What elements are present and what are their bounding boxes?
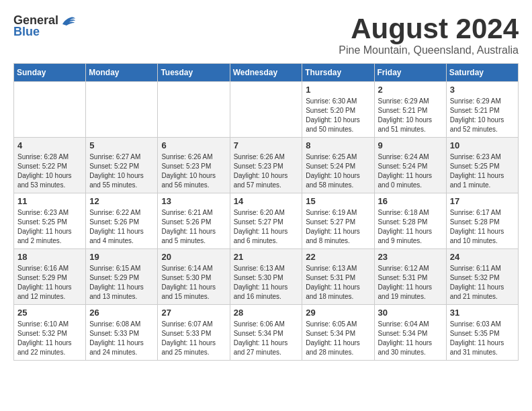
- day-info: Sunrise: 6:26 AMSunset: 5:23 PMDaylight:…: [161, 152, 226, 190]
- calendar-week-5: 25Sunrise: 6:10 AMSunset: 5:32 PMDayligh…: [14, 305, 519, 361]
- day-info: Sunrise: 6:21 AMSunset: 5:26 PMDaylight:…: [161, 208, 226, 246]
- day-info: Sunrise: 6:22 AMSunset: 5:26 PMDaylight:…: [89, 208, 154, 246]
- calendar-table: SundayMondayTuesdayWednesdayThursdayFrid…: [13, 63, 519, 361]
- calendar-cell: 18Sunrise: 6:16 AMSunset: 5:29 PMDayligh…: [14, 249, 86, 305]
- day-info: Sunrise: 6:17 AMSunset: 5:28 PMDaylight:…: [450, 208, 515, 246]
- calendar-cell: 10Sunrise: 6:23 AMSunset: 5:25 PMDayligh…: [446, 138, 518, 193]
- day-info: Sunrise: 6:15 AMSunset: 5:29 PMDaylight:…: [89, 264, 154, 302]
- calendar-cell: 31Sunrise: 6:03 AMSunset: 5:35 PMDayligh…: [446, 305, 518, 361]
- column-header-friday: Friday: [374, 64, 446, 82]
- day-number: 10: [450, 140, 515, 150]
- calendar-cell: [86, 82, 158, 138]
- calendar-cell: 30Sunrise: 6:04 AMSunset: 5:34 PMDayligh…: [374, 305, 446, 361]
- day-info: Sunrise: 6:19 AMSunset: 5:27 PMDaylight:…: [306, 208, 370, 246]
- column-header-monday: Monday: [86, 64, 158, 82]
- calendar-cell: 9Sunrise: 6:24 AMSunset: 5:24 PMDaylight…: [374, 138, 446, 193]
- day-info: Sunrise: 6:28 AMSunset: 5:22 PMDaylight:…: [17, 152, 82, 190]
- day-info: Sunrise: 6:24 AMSunset: 5:24 PMDaylight:…: [378, 152, 443, 190]
- day-info: Sunrise: 6:23 AMSunset: 5:25 PMDaylight:…: [17, 208, 82, 246]
- calendar-cell: 28Sunrise: 6:06 AMSunset: 5:34 PMDayligh…: [230, 305, 302, 361]
- calendar-cell: 2Sunrise: 6:29 AMSunset: 5:21 PMDaylight…: [374, 82, 446, 138]
- calendar-cell: 20Sunrise: 6:14 AMSunset: 5:30 PMDayligh…: [158, 249, 230, 305]
- day-info: Sunrise: 6:16 AMSunset: 5:29 PMDaylight:…: [17, 264, 82, 302]
- calendar-cell: 12Sunrise: 6:22 AMSunset: 5:26 PMDayligh…: [86, 193, 158, 249]
- day-number: 21: [234, 252, 299, 262]
- calendar-cell: 25Sunrise: 6:10 AMSunset: 5:32 PMDayligh…: [14, 305, 86, 361]
- day-info: Sunrise: 6:07 AMSunset: 5:33 PMDaylight:…: [161, 320, 226, 357]
- calendar-cell: 5Sunrise: 6:27 AMSunset: 5:22 PMDaylight…: [86, 138, 158, 193]
- day-info: Sunrise: 6:12 AMSunset: 5:31 PMDaylight:…: [378, 264, 443, 302]
- day-number: 8: [306, 140, 370, 150]
- column-header-thursday: Thursday: [302, 64, 374, 82]
- day-number: 4: [17, 140, 82, 150]
- day-number: 14: [234, 196, 299, 206]
- day-info: Sunrise: 6:29 AMSunset: 5:21 PMDaylight:…: [450, 97, 515, 134]
- calendar-cell: 8Sunrise: 6:25 AMSunset: 5:24 PMDaylight…: [302, 138, 374, 193]
- day-info: Sunrise: 6:18 AMSunset: 5:28 PMDaylight:…: [378, 208, 443, 246]
- calendar-cell: 22Sunrise: 6:13 AMSunset: 5:31 PMDayligh…: [302, 249, 374, 305]
- day-number: 3: [450, 85, 515, 95]
- day-info: Sunrise: 6:13 AMSunset: 5:31 PMDaylight:…: [306, 264, 370, 302]
- day-number: 25: [17, 308, 82, 318]
- day-number: 2: [378, 85, 443, 95]
- day-number: 24: [450, 252, 515, 262]
- day-number: 27: [161, 308, 226, 318]
- calendar-cell: 15Sunrise: 6:19 AMSunset: 5:27 PMDayligh…: [302, 193, 374, 249]
- calendar-cell: [230, 82, 302, 138]
- day-number: 30: [378, 308, 443, 318]
- day-number: 17: [450, 196, 515, 206]
- calendar-cell: [14, 82, 86, 138]
- calendar-cell: 11Sunrise: 6:23 AMSunset: 5:25 PMDayligh…: [14, 193, 86, 249]
- calendar-cell: 23Sunrise: 6:12 AMSunset: 5:31 PMDayligh…: [374, 249, 446, 305]
- day-number: 22: [306, 252, 370, 262]
- logo-blue: Blue: [13, 25, 40, 39]
- day-number: 28: [234, 308, 299, 318]
- day-info: Sunrise: 6:30 AMSunset: 5:20 PMDaylight:…: [306, 97, 370, 134]
- calendar-cell: [158, 82, 230, 138]
- day-number: 1: [306, 85, 370, 95]
- calendar-cell: 19Sunrise: 6:15 AMSunset: 5:29 PMDayligh…: [86, 249, 158, 305]
- column-header-tuesday: Tuesday: [158, 64, 230, 82]
- calendar-cell: 1Sunrise: 6:30 AMSunset: 5:20 PMDaylight…: [302, 82, 374, 138]
- calendar-cell: 14Sunrise: 6:20 AMSunset: 5:27 PMDayligh…: [230, 193, 302, 249]
- day-number: 16: [378, 196, 443, 206]
- day-info: Sunrise: 6:13 AMSunset: 5:30 PMDaylight:…: [234, 264, 299, 302]
- calendar-cell: 7Sunrise: 6:26 AMSunset: 5:23 PMDaylight…: [230, 138, 302, 193]
- day-number: 26: [89, 308, 154, 318]
- calendar-week-4: 18Sunrise: 6:16 AMSunset: 5:29 PMDayligh…: [14, 249, 519, 305]
- title-section: August 2024 Pine Mountain, Queensland, A…: [339, 13, 519, 56]
- day-number: 15: [306, 196, 370, 206]
- day-number: 13: [161, 196, 226, 206]
- day-number: 19: [89, 252, 154, 262]
- day-number: 9: [378, 140, 443, 150]
- logo: General Blue: [13, 13, 76, 39]
- day-number: 23: [378, 252, 443, 262]
- calendar-cell: 13Sunrise: 6:21 AMSunset: 5:26 PMDayligh…: [158, 193, 230, 249]
- calendar-cell: 17Sunrise: 6:17 AMSunset: 5:28 PMDayligh…: [446, 193, 518, 249]
- calendar-cell: 21Sunrise: 6:13 AMSunset: 5:30 PMDayligh…: [230, 249, 302, 305]
- day-info: Sunrise: 6:10 AMSunset: 5:32 PMDaylight:…: [17, 320, 82, 357]
- day-number: 5: [89, 140, 154, 150]
- calendar-cell: 4Sunrise: 6:28 AMSunset: 5:22 PMDaylight…: [14, 138, 86, 193]
- day-number: 31: [450, 308, 515, 318]
- calendar-cell: 3Sunrise: 6:29 AMSunset: 5:21 PMDaylight…: [446, 82, 518, 138]
- day-number: 18: [17, 252, 82, 262]
- day-info: Sunrise: 6:25 AMSunset: 5:24 PMDaylight:…: [306, 152, 370, 190]
- calendar-cell: 29Sunrise: 6:05 AMSunset: 5:34 PMDayligh…: [302, 305, 374, 361]
- calendar-week-2: 4Sunrise: 6:28 AMSunset: 5:22 PMDaylight…: [14, 138, 519, 193]
- calendar-week-1: 1Sunrise: 6:30 AMSunset: 5:20 PMDaylight…: [14, 82, 519, 138]
- month-title: August 2024: [339, 13, 519, 44]
- page-header: General Blue August 2024 Pine Mountain, …: [13, 13, 519, 56]
- calendar-header-row: SundayMondayTuesdayWednesdayThursdayFrid…: [14, 64, 519, 82]
- calendar-cell: 24Sunrise: 6:11 AMSunset: 5:32 PMDayligh…: [446, 249, 518, 305]
- column-header-wednesday: Wednesday: [230, 64, 302, 82]
- day-info: Sunrise: 6:27 AMSunset: 5:22 PMDaylight:…: [89, 152, 154, 190]
- day-number: 6: [161, 140, 226, 150]
- day-number: 11: [17, 196, 82, 206]
- day-number: 12: [89, 196, 154, 206]
- day-info: Sunrise: 6:11 AMSunset: 5:32 PMDaylight:…: [450, 264, 515, 302]
- day-info: Sunrise: 6:06 AMSunset: 5:34 PMDaylight:…: [234, 320, 299, 357]
- day-info: Sunrise: 6:04 AMSunset: 5:34 PMDaylight:…: [378, 320, 443, 357]
- day-number: 7: [234, 140, 299, 150]
- calendar-cell: 26Sunrise: 6:08 AMSunset: 5:33 PMDayligh…: [86, 305, 158, 361]
